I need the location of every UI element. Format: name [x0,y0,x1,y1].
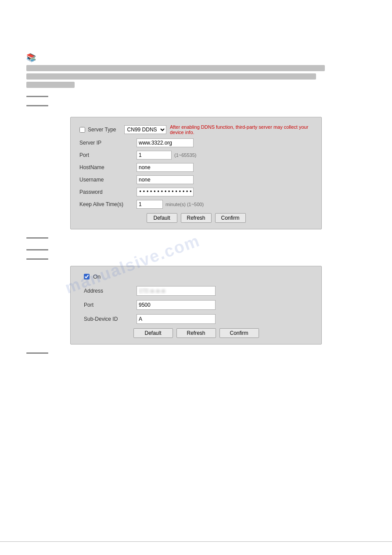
port-input[interactable] [137,151,172,160]
register-default-button[interactable]: Default [133,328,173,338]
keepalive-input[interactable] [137,200,163,209]
server-type-checkbox[interactable] [79,127,85,133]
section-divider-5 [26,258,48,260]
ddns-button-row: Default Refresh Confirm [79,213,313,223]
note-bar-2 [26,73,316,80]
note-bar-1 [26,65,325,71]
note-bar-3 [26,82,75,88]
register-confirm-button[interactable]: Confirm [219,328,259,338]
server-type-label: Server Type [88,127,124,133]
reg-port-label: Port [84,302,137,308]
hostname-input[interactable] [137,163,194,172]
password-row: Password [79,188,313,196]
reg-port-row: Port [84,300,308,310]
section-divider-6 [26,352,48,354]
server-ip-input[interactable] [137,138,194,147]
username-row: Username [79,175,313,184]
note-icon: 📚 [26,53,366,62]
ddns-panel: Server Type CN99 DDNS After enabling DDN… [70,117,322,229]
on-label: On [93,273,101,280]
keepalive-label: Keep Alive Time(s) [79,201,137,207]
keepalive-hint: minute(s) (1~500) [165,202,204,207]
ddns-confirm-button[interactable]: Confirm [215,213,246,223]
hostname-row: HostName [79,163,313,172]
server-ip-label: Server IP [79,140,137,146]
on-checkbox-row: On [84,273,308,280]
register-button-row: Default Refresh Confirm [84,328,308,338]
address-label: Address [84,288,137,294]
bottom-separator [0,541,392,542]
port-label: Port [79,152,137,158]
password-label: Password [79,189,137,195]
ddns-warning: After enabling DDNS function, third-part… [170,124,313,135]
server-ip-row: Server IP [79,138,313,147]
port-row: Port (1~65535) [79,151,313,160]
note-section: 📚 [26,53,366,88]
username-label: Username [79,177,137,183]
address-input[interactable] [137,286,216,296]
section-divider-1 [26,96,48,97]
register-refresh-button[interactable]: Refresh [176,328,216,338]
ddns-default-button[interactable]: Default [147,213,177,223]
server-type-select[interactable]: CN99 DDNS [124,125,166,134]
subdevice-row: Sub-Device ID [84,314,308,324]
subdevice-label: Sub-Device ID [84,316,137,322]
section-divider-3 [26,237,48,239]
server-type-row: Server Type CN99 DDNS After enabling DDN… [79,124,313,135]
on-checkbox[interactable] [84,274,90,279]
register-panel: On Address Port Sub-Device ID Default Re… [70,266,322,345]
subdevice-input[interactable] [137,314,216,324]
address-row: Address [84,286,308,296]
reg-port-input[interactable] [137,300,216,310]
section-divider-2 [26,105,48,106]
keepalive-row: Keep Alive Time(s) minute(s) (1~500) [79,200,313,209]
ddns-refresh-button[interactable]: Refresh [181,213,212,223]
hostname-label: HostName [79,164,137,170]
password-input[interactable] [137,188,194,196]
username-input[interactable] [137,175,194,184]
port-hint: (1~65535) [174,152,196,158]
section-divider-4 [26,249,48,250]
